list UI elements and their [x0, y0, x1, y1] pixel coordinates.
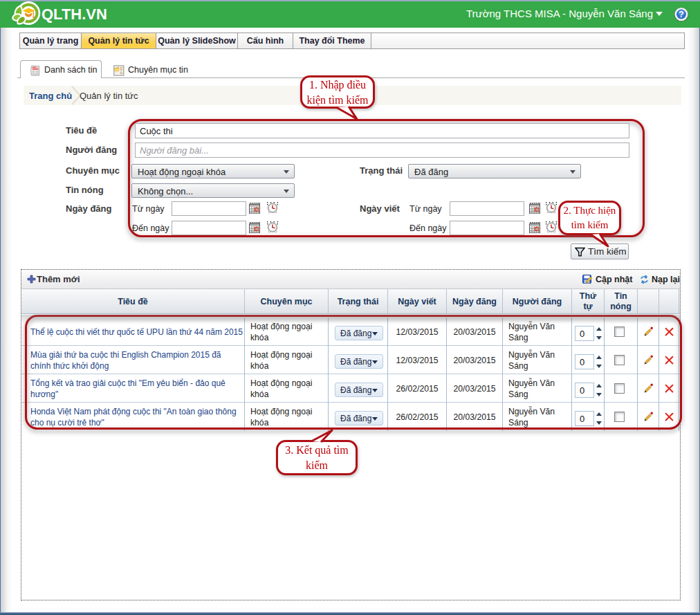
svg-text:?: ? — [679, 10, 683, 19]
